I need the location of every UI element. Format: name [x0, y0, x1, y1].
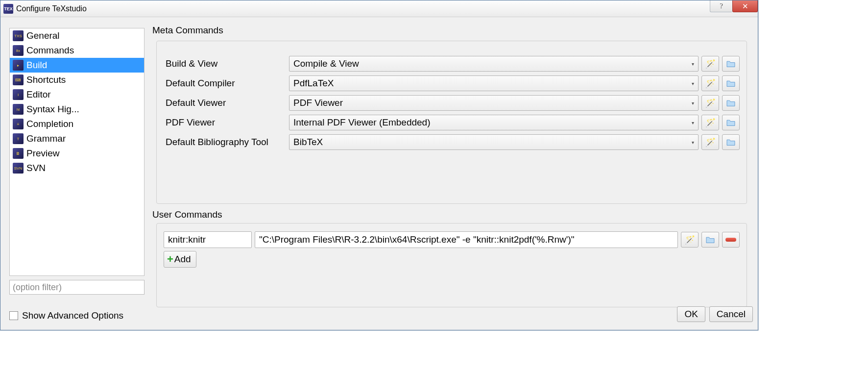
sidebar-item-label: Grammar	[26, 133, 66, 144]
chevron-down-icon: ▾	[692, 140, 694, 145]
configure-button[interactable]: 🪄	[701, 134, 719, 150]
folder-icon	[705, 236, 715, 244]
folder-icon	[726, 60, 736, 68]
folder-icon	[726, 79, 736, 87]
combo-value: PDF Viewer	[293, 98, 343, 108]
category-icon: ≡	[13, 119, 24, 129]
close-button[interactable]: ✕	[732, 0, 758, 12]
combo-value: BibTeX	[293, 137, 323, 148]
plus-icon: +	[167, 253, 173, 266]
meta-label: Default Viewer	[166, 98, 286, 108]
wand-icon: 🪄	[705, 59, 716, 69]
sidebar-item-commands[interactable]: ltx Commands	[10, 43, 144, 58]
wand-icon: 🪄	[705, 118, 716, 128]
cancel-label: Cancel	[717, 309, 746, 319]
meta-commands-title: Meta Commands	[152, 25, 223, 36]
category-icon: TXS	[13, 30, 24, 41]
sidebar-item-label: SVN	[26, 163, 46, 174]
sidebar-item-preview[interactable]: 🗎 Preview	[10, 146, 144, 161]
titlebar: TEX Configure TeXstudio ? ✕	[0, 0, 758, 17]
bibliography-combo[interactable]: BibTeX ▾	[289, 134, 699, 150]
dialog-configure-texstudio: TEX Configure TeXstudio ? ✕ TXS General …	[0, 0, 758, 330]
meta-label: Build & View	[166, 58, 286, 69]
sidebar-item-label: Build	[26, 60, 47, 71]
sidebar-item-build[interactable]: ▸ Build	[10, 58, 144, 73]
sidebar-item-label: Commands	[26, 45, 74, 56]
chevron-down-icon: ▾	[692, 120, 694, 125]
folder-icon	[726, 138, 736, 146]
option-filter-input[interactable]: (option filter)	[9, 280, 145, 295]
meta-row-default-compiler: Default Compiler PdfLaTeX ▾ 🪄	[166, 75, 740, 91]
wand-icon: 🪄	[685, 235, 695, 245]
category-list[interactable]: TXS General ltx Commands ▸ Build ⌨ Short…	[9, 28, 145, 276]
user-command-value-input[interactable]: "C:\Program Files\R\R-3.2.2\bin\x64\Rscr…	[255, 231, 678, 248]
category-icon: hl	[13, 104, 24, 115]
browse-button[interactable]	[701, 232, 719, 248]
add-label: Add	[174, 254, 191, 265]
sidebar-item-editor[interactable]: I Editor	[10, 87, 144, 102]
sidebar-item-label: General	[26, 30, 60, 41]
combo-value: PdfLaTeX	[293, 78, 334, 89]
browse-button[interactable]	[722, 75, 740, 91]
filter-placeholder: (option filter)	[13, 282, 62, 293]
sidebar-item-label: Syntax Hig...	[26, 104, 79, 115]
configure-button[interactable]: 🪄	[701, 115, 719, 130]
cancel-button[interactable]: Cancel	[709, 306, 753, 322]
category-icon: 🗎	[13, 148, 24, 159]
meta-row-bibliography: Default Bibliography Tool BibTeX ▾ 🪄	[166, 134, 740, 150]
configure-button[interactable]: 🪄	[701, 56, 719, 72]
wand-icon: 🪄	[705, 78, 716, 89]
category-icon: ⌨	[13, 75, 24, 85]
browse-button[interactable]	[722, 95, 740, 111]
meta-commands-group: Build & View Compile & View ▾ 🪄 Default …	[156, 41, 747, 204]
input-value: "C:\Program Files\R\R-3.2.2\bin\x64\Rscr…	[259, 234, 575, 245]
sidebar-item-general[interactable]: TXS General	[10, 28, 144, 43]
help-button[interactable]: ?	[710, 0, 732, 12]
folder-icon	[726, 99, 736, 107]
sidebar-item-shortcuts[interactable]: ⌨ Shortcuts	[10, 73, 144, 87]
configure-button[interactable]: 🪄	[681, 232, 699, 248]
sidebar-item-label: Completion	[26, 119, 73, 129]
minus-icon	[725, 238, 736, 242]
browse-button[interactable]	[722, 134, 740, 150]
folder-icon	[726, 119, 736, 126]
browse-button[interactable]	[722, 115, 740, 130]
category-icon: ▸	[13, 60, 24, 71]
app-icon: TEX	[3, 4, 13, 14]
advanced-options-checkbox[interactable]	[9, 311, 18, 320]
configure-button[interactable]: 🪄	[701, 95, 719, 111]
configure-button[interactable]: 🪄	[701, 75, 719, 91]
wand-icon: 🪄	[705, 137, 716, 148]
default-viewer-combo[interactable]: PDF Viewer ▾	[289, 95, 699, 111]
remove-button[interactable]	[722, 232, 740, 248]
sidebar-item-label: Editor	[26, 89, 51, 100]
sidebar-item-svn[interactable]: SVN SVN	[10, 161, 144, 175]
user-commands-group: knitr:knitr "C:\Program Files\R\R-3.2.2\…	[156, 223, 747, 307]
meta-row-default-viewer: Default Viewer PDF Viewer ▾ 🪄	[166, 95, 740, 111]
sidebar-item-syntax[interactable]: hl Syntax Hig...	[10, 102, 144, 117]
chevron-down-icon: ▾	[692, 81, 694, 86]
sidebar-item-completion[interactable]: ≡ Completion	[10, 117, 144, 131]
default-compiler-combo[interactable]: PdfLaTeX ▾	[289, 75, 699, 91]
meta-label: Default Bibliography Tool	[166, 137, 286, 148]
advanced-options-label: Show Advanced Options	[22, 310, 123, 321]
chevron-down-icon: ▾	[692, 61, 694, 67]
sidebar-item-label: Preview	[26, 148, 60, 159]
combo-value: Internal PDF Viewer (Embedded)	[293, 117, 431, 128]
build-view-combo[interactable]: Compile & View ▾	[289, 56, 699, 72]
meta-label: PDF Viewer	[166, 117, 286, 128]
user-command-name-input[interactable]: knitr:knitr	[164, 231, 252, 248]
meta-label: Default Compiler	[166, 78, 286, 89]
meta-row-build-view: Build & View Compile & View ▾ 🪄	[166, 56, 740, 72]
category-icon: T	[13, 133, 24, 144]
ok-button[interactable]: OK	[677, 306, 705, 322]
add-user-command-button[interactable]: + Add	[164, 251, 196, 268]
meta-row-pdf-viewer: PDF Viewer Internal PDF Viewer (Embedded…	[166, 115, 740, 130]
chevron-down-icon: ▾	[692, 100, 694, 106]
browse-button[interactable]	[722, 56, 740, 72]
user-commands-title: User Commands	[152, 209, 222, 220]
sidebar-item-grammar[interactable]: T Grammar	[10, 131, 144, 146]
pdf-viewer-combo[interactable]: Internal PDF Viewer (Embedded) ▾	[289, 115, 699, 130]
ok-label: OK	[684, 309, 698, 319]
dialog-body: TXS General ltx Commands ▸ Build ⌨ Short…	[5, 20, 753, 325]
